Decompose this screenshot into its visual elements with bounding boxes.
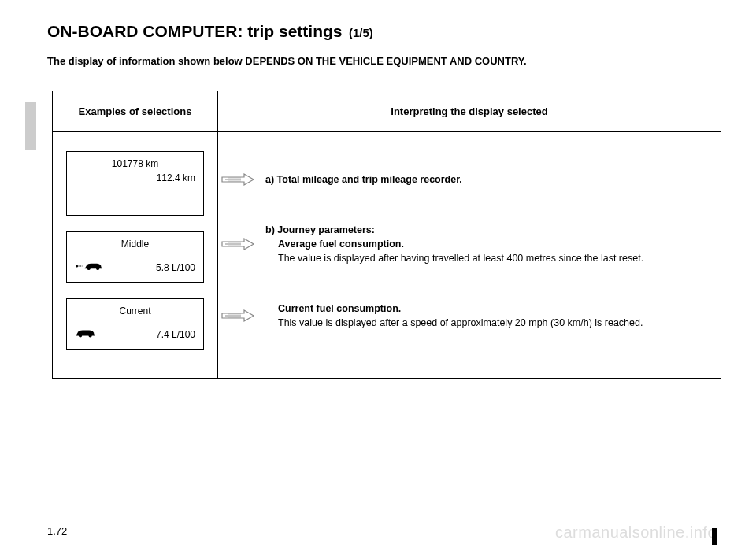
- notice-text: The display of information shown below D…: [47, 55, 717, 67]
- description-row-a: a) Total mileage and trip mileage record…: [218, 172, 713, 187]
- page-title: ON-BOARD COMPUTER: trip settings: [47, 22, 343, 40]
- svg-point-0: [76, 265, 78, 267]
- watermark: carmanualsonline.info: [555, 524, 717, 542]
- arrow-icon: [218, 309, 258, 323]
- table-header-interpreting: Interpreting the display selected: [218, 91, 721, 132]
- display-box-avg-fuel: Middle 5.8 L/100: [66, 231, 204, 283]
- display-current-value: 7.4 L/100: [156, 329, 195, 340]
- arrow-icon: [218, 237, 258, 251]
- corner-mark: [712, 528, 717, 545]
- table-header-examples: Examples of selections: [53, 91, 218, 132]
- display-avg-value: 5.8 L/100: [156, 262, 195, 273]
- description-c: Current fuel consumption. This value is …: [265, 302, 713, 330]
- description-row-b: b) Journey parameters: Average fuel cons…: [218, 223, 713, 265]
- description-b: b) Journey parameters: Average fuel cons…: [265, 223, 713, 265]
- svg-point-5: [89, 334, 92, 337]
- svg-point-2: [87, 267, 91, 270]
- display-current-label: Current: [75, 305, 195, 317]
- svg-point-3: [96, 267, 99, 270]
- display-box-mileage: 101778 km 112.4 km: [66, 151, 204, 216]
- display-trip-mileage: 112.4 km: [75, 172, 195, 207]
- side-tab: [25, 102, 36, 150]
- display-box-current-fuel: Current 7.4 L/100: [66, 298, 204, 350]
- key-car-icon: [75, 261, 105, 274]
- description-a: a) Total mileage and trip mileage record…: [265, 172, 713, 187]
- page-title-part: (1/5): [349, 26, 373, 39]
- page-title-row: ON-BOARD COMPUTER: trip settings (1/5): [47, 22, 717, 41]
- car-icon: [75, 328, 97, 341]
- page-number: 1.72: [47, 525, 67, 537]
- display-total-mileage: 101778 km: [75, 158, 195, 169]
- svg-point-4: [79, 334, 82, 337]
- description-row-c: Current fuel consumption. This value is …: [218, 302, 713, 330]
- settings-table: Examples of selections Interpreting the …: [52, 91, 721, 379]
- display-avg-label: Middle: [75, 239, 195, 250]
- arrow-icon: [218, 172, 258, 187]
